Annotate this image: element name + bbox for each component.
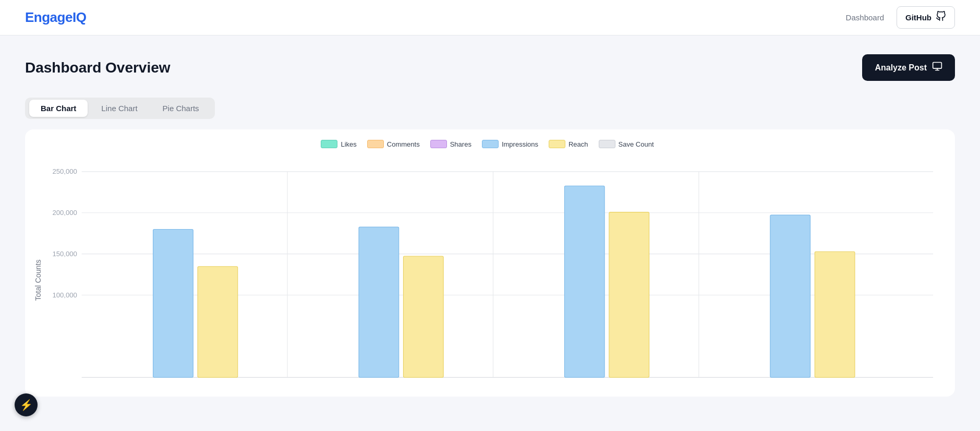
legend-reach-swatch: [549, 140, 565, 148]
app-logo: EngageIQ: [25, 9, 86, 26]
bar-group3-reach: [609, 212, 649, 378]
legend-impressions-swatch: [482, 140, 499, 148]
bar-group2-reach: [403, 256, 443, 377]
bar-chart: Total Counts 250,000 200,000 150,000 100…: [30, 154, 945, 394]
github-label: GitHub: [905, 13, 931, 22]
page-header: Dashboard Overview Analyze Post: [25, 54, 955, 81]
chart-legend: Likes Comments Shares Impressions Reach …: [30, 140, 945, 148]
svg-rect-0: [933, 63, 942, 69]
bar-group4-impressions: [770, 215, 810, 377]
bar-group2-impressions: [359, 227, 399, 377]
analyze-post-button[interactable]: Analyze Post: [862, 54, 955, 81]
tab-bar-chart[interactable]: Bar Chart: [29, 100, 88, 117]
bar-group3-impressions: [564, 186, 604, 377]
bolt-button[interactable]: ⚡: [15, 393, 38, 415]
legend-likes-label: Likes: [341, 140, 356, 148]
legend-impressions-label: Impressions: [502, 140, 538, 148]
chart-tabs: Bar Chart Line Chart Pie Charts: [25, 98, 215, 119]
bar-group1-reach: [198, 267, 238, 378]
legend-shares: Shares: [430, 140, 471, 148]
legend-likes: Likes: [321, 140, 356, 148]
legend-reach-label: Reach: [568, 140, 588, 148]
legend-save-count-swatch: [599, 140, 615, 148]
analyze-icon: [932, 61, 942, 74]
legend-save-count-label: Save Count: [619, 140, 654, 148]
main-content: Dashboard Overview Analyze Post Bar Char…: [0, 35, 980, 415]
legend-shares-swatch: [430, 140, 447, 148]
y-label-100k: 100,000: [52, 291, 77, 299]
page-title: Dashboard Overview: [25, 59, 171, 76]
nav-right: Dashboard GitHub: [846, 6, 955, 29]
bar-group4-reach: [815, 252, 855, 377]
bar-chart-svg-wrapper: Total Counts 250,000 200,000 150,000 100…: [30, 154, 945, 397]
legend-likes-swatch: [321, 140, 337, 148]
y-label-200k: 200,000: [52, 209, 77, 217]
legend-shares-label: Shares: [450, 140, 471, 148]
legend-save-count: Save Count: [599, 140, 654, 148]
analyze-post-label: Analyze Post: [875, 63, 927, 73]
legend-comments-label: Comments: [387, 140, 420, 148]
navbar: EngageIQ Dashboard GitHub: [0, 0, 980, 35]
y-label-150k: 150,000: [52, 250, 77, 258]
bolt-icon: ⚡: [20, 399, 33, 411]
legend-impressions: Impressions: [482, 140, 538, 148]
chart-container: Likes Comments Shares Impressions Reach …: [25, 129, 955, 397]
github-icon: [936, 11, 946, 24]
tab-pie-charts[interactable]: Pie Charts: [151, 100, 211, 117]
legend-comments: Comments: [367, 140, 420, 148]
legend-comments-swatch: [367, 140, 384, 148]
y-axis-label: Total Counts: [34, 259, 42, 301]
github-button[interactable]: GitHub: [897, 6, 955, 29]
tab-line-chart[interactable]: Line Chart: [90, 100, 149, 117]
legend-reach: Reach: [549, 140, 588, 148]
bar-group1-impressions: [153, 230, 193, 378]
y-label-250k: 250,000: [52, 167, 77, 175]
nav-dashboard-link[interactable]: Dashboard: [846, 13, 884, 22]
